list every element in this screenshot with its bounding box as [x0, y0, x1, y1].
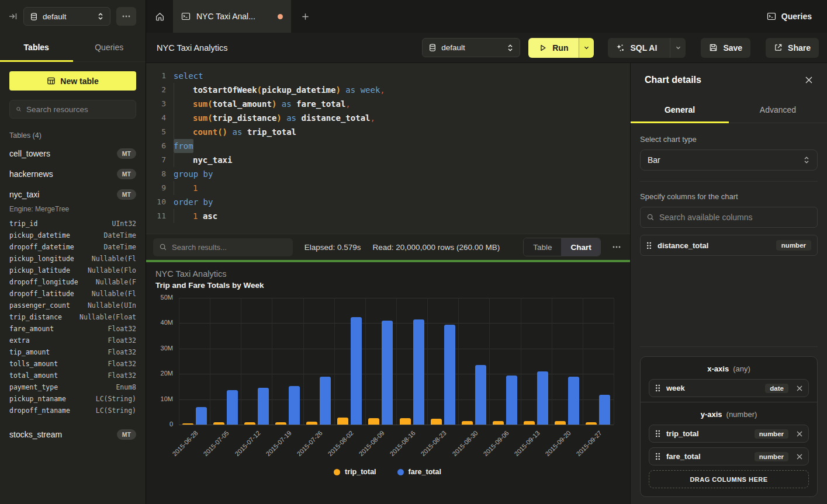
table-engine-badge: MT: [117, 429, 136, 440]
panel-bottom-divider: [640, 346, 818, 347]
legend-item[interactable]: fare_total: [397, 468, 441, 476]
run-button[interactable]: Run: [528, 38, 579, 58]
y-axis-header: y-axis (number): [641, 402, 817, 425]
y-tick-label: 20M: [161, 370, 173, 377]
bar-trip_total: [337, 418, 348, 425]
sidebar-search-input[interactable]: [26, 105, 130, 114]
results-search-input[interactable]: [172, 243, 287, 252]
sql-ai-button-group: SQL AI: [608, 38, 686, 58]
table-columns-list: trip_idUInt32pickup_datetimeDateTimedrop…: [9, 218, 136, 416]
search-icon: [159, 243, 167, 251]
view-toggle-chart[interactable]: Chart: [561, 238, 600, 256]
sidebar-table-row[interactable]: stocks_streamMT: [9, 428, 136, 441]
home-button[interactable]: [146, 0, 173, 33]
results-more-button[interactable]: [613, 246, 621, 248]
chart-subtitle: Trip and Fare Totals by Week: [155, 281, 620, 290]
new-table-label: New table: [60, 77, 98, 86]
sidebar-table-row[interactable]: hackernewsMT: [9, 168, 136, 180]
sidebar-tab-queries[interactable]: Queries: [73, 33, 146, 61]
column-type: DateTime: [104, 231, 136, 239]
sidebar-header: default: [0, 0, 146, 33]
editor-line: 1select: [146, 69, 630, 83]
save-button[interactable]: Save: [701, 38, 750, 58]
column-name: dropoff_ntaname: [9, 406, 70, 415]
share-button[interactable]: Share: [766, 38, 819, 58]
new-tab-button[interactable]: [291, 0, 319, 33]
run-options-button[interactable]: [579, 38, 594, 58]
sql-editor[interactable]: 1select2toStartOfWeek(pickup_datetime) a…: [146, 63, 630, 234]
legend-item[interactable]: trip_total: [334, 468, 376, 476]
y-axis-column-row[interactable]: trip_totalnumber: [649, 425, 809, 443]
editor-line: 5count() as trip_total: [146, 125, 630, 139]
panel-tab-general[interactable]: General: [631, 97, 729, 123]
database-selector[interactable]: default: [23, 7, 110, 26]
column-row: fare_amountFloat32: [9, 323, 136, 335]
x-tick-label: 2015-07-26: [295, 429, 323, 457]
table-name: cell_towers: [9, 149, 50, 158]
view-toggle-table[interactable]: Table: [524, 238, 561, 256]
panel-tabs: General Advanced: [631, 97, 827, 123]
panel-tab-advanced[interactable]: Advanced: [729, 97, 827, 123]
chart-type-select[interactable]: Bar: [640, 150, 818, 171]
queries-button[interactable]: Queries: [767, 12, 812, 21]
x-tick-label: 2015-08-23: [420, 429, 448, 457]
y-axis-column-row[interactable]: fare_totalnumber: [649, 447, 809, 465]
x-tick-label: 2015-07-05: [202, 429, 230, 457]
drag-handle[interactable]: [655, 384, 660, 392]
query-tab[interactable]: NYC Taxi Anal...: [173, 0, 291, 33]
column-chip-name: week: [666, 384, 759, 392]
remove-icon: [797, 454, 802, 460]
columns-search-input[interactable]: [659, 213, 811, 222]
main-area: NYC Taxi Anal... Queries NYC Taxi Analyt…: [146, 0, 827, 504]
sidebar-table-row[interactable]: nyc_taxiMT: [9, 188, 136, 201]
legend-dot: [334, 469, 340, 475]
column-type-badge: number: [755, 452, 788, 461]
query-toolbar: NYC Taxi Analytics default Run: [146, 33, 827, 63]
chart-plot-row: 50M40M30M20M10M0: [155, 298, 620, 425]
column-row: pickup_datetimeDateTime: [9, 230, 136, 241]
query-database-selector[interactable]: default: [422, 38, 520, 57]
bar-group: [458, 298, 489, 425]
drag-handle[interactable]: [646, 242, 652, 249]
home-icon: [155, 12, 165, 22]
collapse-sidebar-button[interactable]: [8, 12, 18, 21]
bar-fare_total: [196, 407, 207, 425]
panel-tab-advanced-label: Advanced: [760, 105, 796, 114]
x-axis-column-row[interactable]: weekdate: [649, 379, 809, 397]
database-selector-value: default: [43, 12, 92, 21]
column-type: Nullable(Fl: [92, 255, 136, 263]
column-row: dropoff_ntanameLC(String): [9, 405, 136, 416]
column-name: trip_distance: [9, 313, 62, 321]
drag-columns-dropzone[interactable]: DRAG COLUMNS HERE: [649, 470, 809, 488]
collapse-arrow-icon: [8, 12, 18, 21]
column-name: pickup_datetime: [9, 231, 70, 239]
editor-line: 2toStartOfWeek(pickup_datetime) as week,: [146, 83, 630, 97]
remove-column-button[interactable]: [797, 454, 802, 460]
results-search[interactable]: [153, 238, 293, 256]
x-tick-label: 2015-07-19: [264, 429, 292, 457]
available-column-row[interactable]: distance_totalnumber: [640, 235, 818, 256]
panel-close-button[interactable]: [805, 76, 813, 84]
bar-group: [272, 298, 303, 425]
drag-handle-icon: [655, 384, 660, 392]
sidebar-table-row[interactable]: cell_towersMT: [9, 147, 136, 160]
x-tick-label: 2015-06-28: [171, 429, 199, 457]
drag-handle[interactable]: [655, 453, 660, 460]
bar-fare_total: [320, 377, 331, 425]
remove-column-button[interactable]: [797, 385, 802, 391]
drag-handle[interactable]: [655, 430, 660, 437]
unsaved-changes-dot: [278, 14, 283, 19]
sidebar-more-button[interactable]: [116, 7, 136, 26]
bar-group: [427, 298, 458, 425]
remove-column-button[interactable]: [797, 431, 802, 437]
line-number: 5: [151, 125, 166, 139]
search-icon: [646, 213, 655, 221]
new-table-button[interactable]: New table: [9, 71, 136, 91]
sql-ai-options-button[interactable]: [670, 38, 686, 58]
column-type: LC(String): [96, 406, 136, 415]
sidebar-search[interactable]: [9, 100, 136, 119]
run-button-group: Run: [528, 38, 594, 58]
columns-search[interactable]: [640, 207, 818, 228]
sidebar-tab-tables[interactable]: Tables: [0, 33, 73, 61]
sql-ai-button[interactable]: SQL AI: [608, 38, 665, 58]
